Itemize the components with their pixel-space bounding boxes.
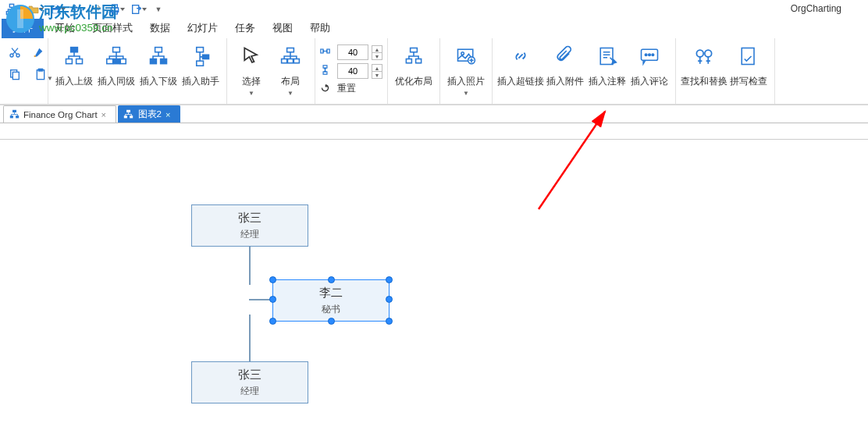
svg-rect-2 bbox=[14, 11, 17, 14]
menu-slides[interactable]: 幻灯片 bbox=[179, 19, 226, 38]
resize-handle[interactable] bbox=[328, 276, 335, 283]
connector-line bbox=[249, 244, 251, 285]
ribbon-group-image: 插入照片▼ bbox=[440, 38, 493, 104]
svg-rect-27 bbox=[197, 48, 204, 52]
node-name: 张三 bbox=[195, 368, 304, 382]
svg-rect-53 bbox=[9, 116, 12, 118]
svg-rect-52 bbox=[12, 110, 16, 112]
tab-chart2[interactable]: 图表2 × bbox=[118, 105, 180, 123]
svg-rect-24 bbox=[155, 48, 162, 52]
insert-note-button[interactable]: 插入注释 bbox=[586, 41, 628, 87]
svg-rect-0 bbox=[9, 4, 13, 7]
qat-redo-icon[interactable] bbox=[87, 2, 105, 17]
spell-check-button[interactable]: 拼写检查 bbox=[727, 41, 770, 87]
insert-image-button[interactable]: 插入照片▼ bbox=[445, 41, 487, 99]
ribbon-group-tools: 查找和替换 拼写检查 bbox=[676, 38, 775, 104]
tab-finance-org-chart[interactable]: Finance Org Chart × bbox=[3, 105, 116, 123]
svg-rect-39 bbox=[406, 59, 411, 63]
resize-handle[interactable] bbox=[269, 276, 276, 283]
quick-access-toolbar: ▼ OrgCharting bbox=[0, 0, 868, 18]
svg-rect-26 bbox=[161, 59, 167, 64]
reset-spacing-button[interactable]: 重置 bbox=[320, 82, 356, 95]
svg-point-48 bbox=[652, 54, 654, 56]
svg-point-49 bbox=[696, 50, 703, 57]
layout-button[interactable]: 布局▼ bbox=[271, 41, 310, 99]
svg-rect-55 bbox=[126, 110, 130, 112]
qat-org-icon[interactable] bbox=[3, 2, 23, 17]
svg-rect-31 bbox=[282, 59, 287, 63]
ribbon-group-references: 插入超链接 插入附件 插入注释 插入评论 bbox=[493, 38, 676, 104]
svg-rect-4 bbox=[53, 9, 59, 12]
svg-rect-19 bbox=[76, 59, 83, 64]
copy-button[interactable] bbox=[6, 66, 23, 82]
svg-rect-30 bbox=[287, 48, 294, 52]
insert-parent-button[interactable]: 插入上级 bbox=[53, 41, 95, 87]
menu-view[interactable]: 视图 bbox=[264, 19, 301, 38]
resize-handle[interactable] bbox=[386, 318, 393, 325]
format-painter-button[interactable] bbox=[30, 44, 47, 60]
ribbon-group-layout: 选择▼ 布局▼ bbox=[227, 38, 315, 104]
svg-rect-40 bbox=[416, 59, 422, 63]
svg-rect-20 bbox=[113, 48, 120, 52]
node-role: 经理 bbox=[195, 385, 304, 398]
svg-rect-3 bbox=[53, 5, 57, 7]
svg-point-50 bbox=[705, 50, 712, 57]
v-spacing-icon bbox=[320, 65, 334, 77]
insert-sibling-button[interactable]: 插入同级 bbox=[95, 41, 137, 87]
menu-task[interactable]: 任务 bbox=[226, 19, 264, 38]
svg-point-47 bbox=[649, 54, 651, 56]
qat-open-icon[interactable] bbox=[25, 2, 45, 17]
menu-help[interactable]: 帮助 bbox=[301, 19, 339, 38]
select-button[interactable]: 选择▼ bbox=[232, 41, 271, 99]
find-replace-button[interactable]: 查找和替换 bbox=[681, 41, 727, 87]
insert-comment-button[interactable]: 插入评论 bbox=[628, 41, 671, 87]
svg-rect-21 bbox=[107, 59, 113, 64]
v-spacing-input[interactable] bbox=[337, 63, 368, 79]
svg-rect-33 bbox=[293, 59, 299, 63]
h-spacing-input[interactable] bbox=[337, 44, 368, 60]
paste-button[interactable]: ▼ bbox=[30, 66, 52, 82]
org-node-selected[interactable]: 李二 秘书 bbox=[272, 279, 390, 322]
canvas[interactable]: 张三 经理 李二 秘书 张三 经理 bbox=[0, 123, 868, 420]
h-spacing-stepper[interactable]: ▲▼ bbox=[372, 45, 382, 59]
optimize-layout-button[interactable]: 优化布局 bbox=[393, 41, 435, 87]
app-title: OrgCharting bbox=[791, 3, 841, 14]
resize-handle[interactable] bbox=[328, 318, 335, 325]
ribbon: ▼ 插入上级 插入同级 插入下级 插入助手 选择▼ 布局▼ bbox=[0, 38, 868, 105]
resize-handle[interactable] bbox=[269, 296, 276, 303]
org-node[interactable]: 张三 经理 bbox=[191, 361, 308, 403]
cut-button[interactable] bbox=[6, 44, 23, 60]
qat-save-icon[interactable] bbox=[47, 2, 67, 17]
v-spacing-stepper[interactable]: ▲▼ bbox=[372, 64, 382, 78]
h-spacing-icon bbox=[320, 46, 334, 59]
svg-rect-25 bbox=[151, 59, 157, 64]
menu-page-style[interactable]: 页面样式 bbox=[84, 19, 141, 38]
menu-home[interactable]: 开始 bbox=[46, 19, 84, 38]
ribbon-group-clipboard: ▼ bbox=[0, 38, 48, 104]
qat-print-icon[interactable] bbox=[106, 2, 126, 17]
close-icon[interactable]: × bbox=[165, 110, 175, 119]
svg-rect-28 bbox=[203, 55, 209, 59]
qat-undo-icon[interactable] bbox=[69, 2, 86, 17]
menu-file[interactable]: 文件 bbox=[2, 19, 44, 38]
org-node[interactable]: 张三 经理 bbox=[191, 204, 308, 247]
insert-hyperlink-button[interactable]: 插入超链接 bbox=[497, 41, 544, 87]
resize-handle[interactable] bbox=[386, 296, 393, 303]
svg-rect-18 bbox=[66, 59, 73, 64]
document-tabs: Finance Org Chart × 图表2 × bbox=[0, 105, 868, 123]
svg-rect-22 bbox=[114, 59, 120, 64]
resize-handle[interactable] bbox=[386, 276, 393, 283]
qat-export-icon[interactable] bbox=[128, 2, 148, 17]
svg-rect-38 bbox=[411, 48, 418, 52]
insert-child-button[interactable]: 插入下级 bbox=[137, 41, 180, 87]
insert-attachment-button[interactable]: 插入附件 bbox=[544, 41, 586, 87]
svg-rect-32 bbox=[288, 59, 293, 63]
tab-label: Finance Org Chart bbox=[23, 110, 98, 119]
insert-assistant-button[interactable]: 插入助手 bbox=[180, 41, 222, 87]
qat-customize-icon[interactable]: ▼ bbox=[150, 2, 167, 17]
menu-data[interactable]: 数据 bbox=[141, 19, 179, 38]
org-chart-icon bbox=[123, 109, 134, 120]
resize-handle[interactable] bbox=[269, 318, 276, 325]
close-icon[interactable]: × bbox=[101, 110, 111, 119]
svg-rect-16 bbox=[38, 69, 42, 71]
